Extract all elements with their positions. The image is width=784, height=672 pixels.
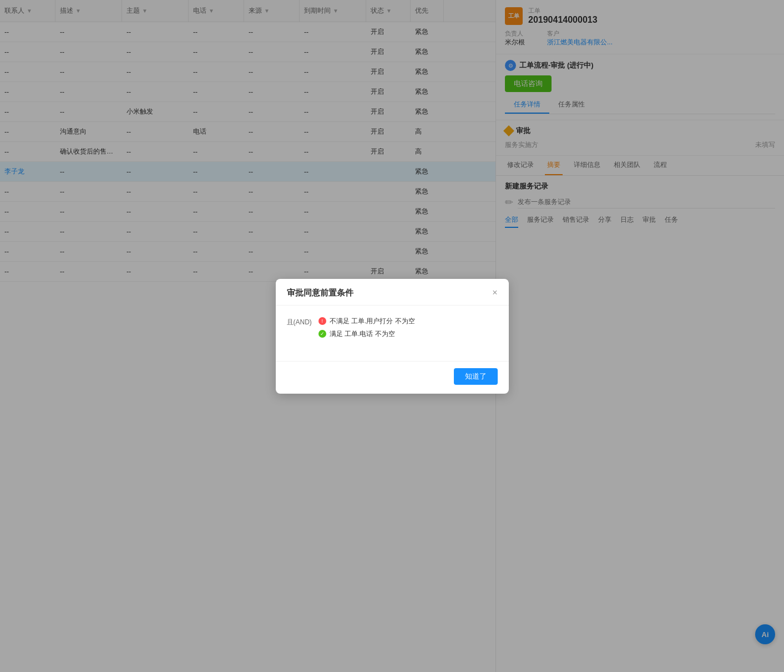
modal-header: 审批同意前置条件 ×	[276, 279, 509, 306]
and-label: 且(AND)	[287, 317, 312, 327]
modal-title: 审批同意前置条件	[287, 288, 353, 298]
condition-text-0: 不满足 工单.用户打分 不为空	[330, 317, 415, 326]
modal-close-button[interactable]: ×	[492, 288, 497, 298]
condition-pass-icon: ✓	[318, 330, 326, 338]
condition-fail-icon: !	[318, 317, 326, 325]
confirm-button[interactable]: 知道了	[454, 368, 498, 385]
modal-overlay[interactable]: 审批同意前置条件 × 且(AND) ! 不满足 工单.用户打分 不为空 ✓	[0, 0, 784, 672]
approval-modal: 审批同意前置条件 × 且(AND) ! 不满足 工单.用户打分 不为空 ✓	[276, 279, 509, 394]
condition-item-1: ✓ 满足 工单.电话 不为空	[318, 329, 415, 339]
condition-item-0: ! 不满足 工单.用户打分 不为空	[318, 317, 415, 326]
modal-body: 且(AND) ! 不满足 工单.用户打分 不为空 ✓ 满足 工单.电话 不为空	[276, 306, 509, 361]
modal-footer: 知道了	[276, 361, 509, 394]
condition-text-1: 满足 工单.电话 不为空	[330, 329, 395, 339]
condition-row: 且(AND) ! 不满足 工单.用户打分 不为空 ✓ 满足 工单.电话 不为空	[287, 317, 498, 339]
conditions-list: ! 不满足 工单.用户打分 不为空 ✓ 满足 工单.电话 不为空	[318, 317, 415, 339]
